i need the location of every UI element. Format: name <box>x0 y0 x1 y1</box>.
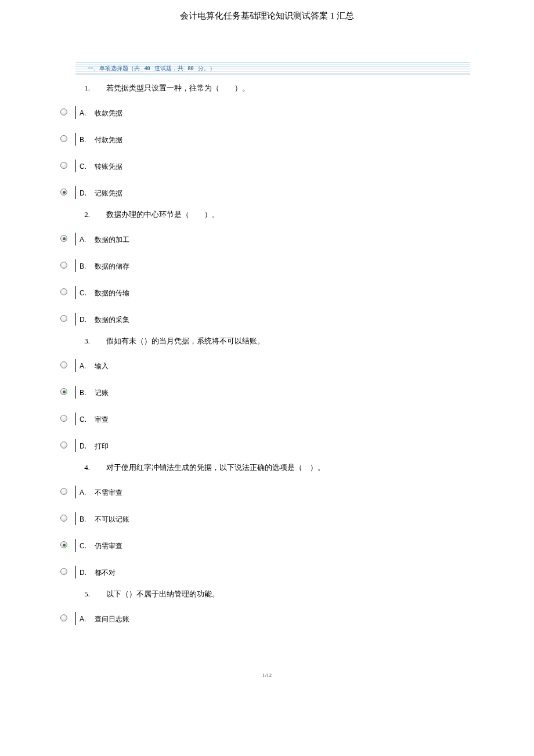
option-row: D.记账凭据 <box>0 186 534 200</box>
question: 3.假如有未（）的当月凭据，系统将不可以结账。A.输入B.记账C.审查D.打印 <box>0 336 534 453</box>
option-row: C.仍需审查 <box>0 539 534 553</box>
radio-button[interactable] <box>60 235 67 242</box>
option-label: D. <box>80 189 95 197</box>
radio-button[interactable] <box>60 135 67 142</box>
option-label: B. <box>80 136 95 144</box>
page: 会计电算化任务基础理论知识测试答案 1 汇总 一、单项选择题（共 40 道试题，… <box>0 0 534 678</box>
option-text: 输入 <box>95 361 109 371</box>
section-header: 一、单项选择题（共 40 道试题，共 80 分。） <box>75 62 470 75</box>
radio-button[interactable] <box>60 361 67 368</box>
question-text: 数据办理的中心环节是（ ）。 <box>90 209 219 220</box>
option-text: 收款凭据 <box>95 108 122 118</box>
option-label: A. <box>80 109 95 117</box>
option-label: A. <box>80 615 95 623</box>
option-text: 审查 <box>95 415 109 425</box>
radio-button[interactable] <box>60 415 67 422</box>
option-label: A. <box>80 489 95 497</box>
option-label: B. <box>80 262 95 270</box>
question-line: 5.以下（）不属于出纳管理的功能。 <box>0 589 534 599</box>
radio-column <box>0 617 75 621</box>
option-row: D.打印 <box>0 439 534 453</box>
option-text: 仍需审查 <box>95 541 122 551</box>
option-label: B. <box>80 389 95 397</box>
option-text: 查问日志账 <box>95 614 129 624</box>
option-text: 打印 <box>95 442 109 451</box>
option-label: C. <box>80 289 95 297</box>
radio-column <box>0 111 75 115</box>
section-mid: 道试题，共 <box>154 65 183 71</box>
radio-button[interactable] <box>60 108 67 115</box>
radio-button[interactable] <box>60 388 67 395</box>
question-line: 4.对于使用红字冲销法生成的凭据，以下说法正确的选项是（ ）。 <box>0 462 534 473</box>
radio-column <box>0 390 75 395</box>
questions-container: 1.若凭据类型只设置一种，往常为（ ）。A.收款凭据B.付款凭据C.转账凭据D.… <box>0 83 534 626</box>
option-row: A.不需审查 <box>0 486 534 500</box>
radio-button[interactable] <box>60 288 67 295</box>
radio-button[interactable] <box>60 488 67 495</box>
option-divider <box>75 439 76 452</box>
option-divider <box>75 386 76 399</box>
question: 4.对于使用红字冲销法生成的凭据，以下说法正确的选项是（ ）。A.不需审查B.不… <box>0 462 534 580</box>
option-label: D. <box>80 569 95 577</box>
option-row: D.都不对 <box>0 566 534 580</box>
question-line: 1.若凭据类型只设置一种，往常为（ ）。 <box>0 83 534 93</box>
radio-button[interactable] <box>60 162 67 169</box>
radio-column <box>0 264 75 269</box>
option-divider <box>75 106 76 119</box>
question-line: 2.数据办理的中心环节是（ ）。 <box>0 209 534 220</box>
option-divider <box>75 512 76 525</box>
option-row: B.记账 <box>0 386 534 400</box>
page-title: 会计电算化任务基础理论知识测试答案 1 汇总 <box>0 10 534 21</box>
question-text: 以下（）不属于出纳管理的功能。 <box>90 589 219 599</box>
option-divider <box>75 313 76 325</box>
radio-column <box>0 570 75 575</box>
option-divider <box>75 486 76 498</box>
option-label: A. <box>80 236 95 244</box>
radio-button[interactable] <box>60 315 67 322</box>
question-number: 1. <box>0 83 90 93</box>
radio-button[interactable] <box>60 262 67 269</box>
question: 5.以下（）不属于出纳管理的功能。A.查问日志账 <box>0 589 534 626</box>
option-divider <box>75 612 76 625</box>
option-label: B. <box>80 515 95 523</box>
option-divider <box>75 359 76 372</box>
option-label: A. <box>80 362 95 370</box>
option-label: C. <box>80 542 95 550</box>
radio-button[interactable] <box>60 189 67 196</box>
radio-column <box>0 364 75 368</box>
section-prefix: 一、单项选择题（共 <box>88 65 140 71</box>
radio-button[interactable] <box>60 442 67 448</box>
radio-button[interactable] <box>60 515 67 522</box>
option-row: A.数据的加工 <box>0 233 534 247</box>
option-divider <box>75 413 76 425</box>
question-text: 对于使用红字冲销法生成的凭据，以下说法正确的选项是（ ）。 <box>90 462 325 473</box>
option-text: 付款凭据 <box>95 135 122 145</box>
question-number: 4. <box>0 462 90 473</box>
option-divider <box>75 286 76 299</box>
option-row: A.收款凭据 <box>0 106 534 120</box>
section-header-text: 一、单项选择题（共 40 道试题，共 80 分。） <box>79 58 215 79</box>
option-divider <box>75 566 76 578</box>
option-row: C.数据的传输 <box>0 286 534 300</box>
option-label: C. <box>80 162 95 171</box>
option-text: 转账凭据 <box>95 162 122 172</box>
option-row: C.审查 <box>0 413 534 426</box>
radio-column <box>0 237 75 242</box>
radio-button[interactable] <box>60 614 67 621</box>
radio-column <box>0 417 75 422</box>
question: 2.数据办理的中心环节是（ ）。A.数据的加工B.数据的储存C.数据的传输D.数… <box>0 209 534 327</box>
option-text: 记账凭据 <box>95 189 122 198</box>
option-divider <box>75 186 76 199</box>
option-text: 不可以记账 <box>95 515 129 525</box>
radio-column <box>0 490 75 495</box>
question-text: 若凭据类型只设置一种，往常为（ ）。 <box>90 83 250 93</box>
radio-button[interactable] <box>60 541 67 548</box>
option-label: D. <box>80 316 95 324</box>
radio-button[interactable] <box>60 568 67 575</box>
question-number: 3. <box>0 336 90 346</box>
option-row: D.数据的采集 <box>0 313 534 327</box>
radio-column <box>0 544 75 548</box>
option-row: C.转账凭据 <box>0 160 534 173</box>
question: 1.若凭据类型只设置一种，往常为（ ）。A.收款凭据B.付款凭据C.转账凭据D.… <box>0 83 534 200</box>
option-label: D. <box>80 442 95 450</box>
